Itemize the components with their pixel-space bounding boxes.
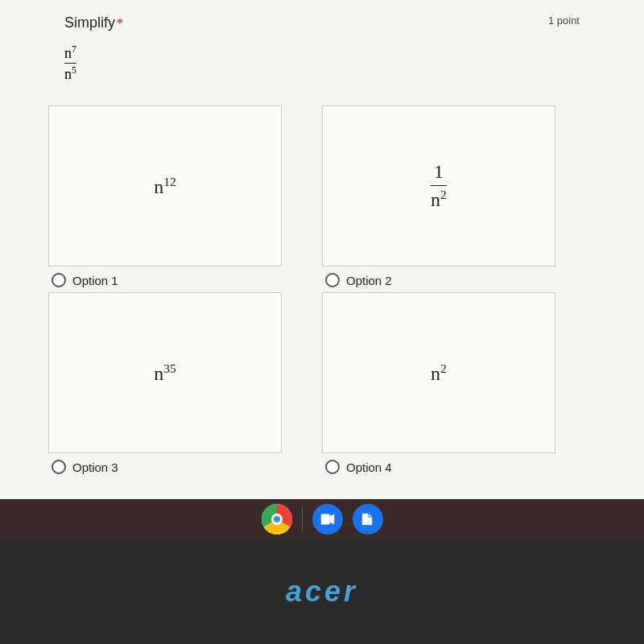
acer-logo: acer — [286, 575, 358, 609]
screen: Simplify* 1 point n7 n5 n12 Option 1 — [0, 0, 644, 499]
option-3-exponent: 35 — [163, 361, 176, 375]
option-3-radio-row: Option 3 — [52, 460, 118, 474]
option-3-content: n35 — [154, 361, 176, 385]
option-4-radio[interactable] — [325, 460, 340, 474]
option-cell-3: n35 Option 3 — [48, 292, 322, 479]
question-area: Simplify* 1 point n7 n5 — [0, 0, 644, 105]
files-svg — [359, 510, 377, 528]
option-1-content: n12 — [154, 175, 176, 198]
fraction-numerator: n7 — [64, 44, 76, 63]
required-star: * — [117, 16, 123, 30]
option-cell-2: 1 n2 Option 2 — [322, 105, 596, 292]
question-fraction: n7 n5 — [64, 44, 76, 83]
option-2-fraction: 1 n2 — [431, 160, 447, 212]
option-3-label: Option 3 — [72, 460, 118, 474]
taskbar — [0, 499, 644, 539]
option-1-exponent: 12 — [163, 175, 176, 188]
option-cell-4: n2 Option 4 — [322, 292, 596, 479]
option-2-content: 1 n2 — [431, 160, 447, 212]
option-box-3[interactable]: n35 — [48, 292, 282, 453]
question-header: Simplify* 1 point — [64, 14, 580, 31]
option-1-radio[interactable] — [52, 273, 66, 287]
meet-svg — [319, 510, 336, 528]
option-4-radio-row: Option 4 — [325, 460, 392, 474]
fraction-denominator: n5 — [64, 63, 76, 84]
option-2-numerator: 1 — [434, 160, 444, 184]
option-1-radio-row: Option 1 — [52, 273, 118, 287]
option-4-label: Option 4 — [346, 460, 392, 474]
taskbar-divider — [302, 507, 303, 531]
numerator-exponent: 7 — [72, 44, 76, 55]
option-cell-1: n12 Option 1 — [48, 105, 322, 292]
svg-marker-1 — [329, 514, 334, 525]
laptop-bottom: acer — [0, 539, 644, 644]
option-2-label: Option 2 — [346, 274, 392, 287]
chrome-center — [271, 514, 283, 525]
question-title: Simplify* — [64, 14, 123, 31]
options-grid: n12 Option 1 1 n2 Opti — [0, 105, 644, 479]
option-4-exponent: 2 — [440, 361, 447, 375]
option-4-content: n2 — [431, 361, 447, 385]
option-1-label: Option 1 — [72, 274, 118, 287]
option-2-den-exp: 2 — [440, 188, 447, 201]
files-icon[interactable] — [353, 504, 383, 535]
points-label: 1 point — [548, 14, 580, 27]
option-3-radio[interactable] — [52, 460, 66, 474]
option-2-denominator: n2 — [431, 188, 447, 212]
option-2-frac-line — [431, 185, 447, 186]
option-2-radio-row: Option 2 — [325, 273, 392, 287]
chrome-inner — [262, 504, 292, 535]
meet-icon[interactable] — [312, 504, 343, 535]
option-box-2[interactable]: 1 n2 — [322, 105, 555, 266]
svg-rect-0 — [320, 514, 329, 525]
simplify-label: Simplify — [64, 14, 115, 31]
chrome-icon[interactable] — [262, 504, 292, 535]
denominator-exponent: 5 — [72, 65, 76, 76]
option-box-1[interactable]: n12 — [48, 105, 282, 266]
option-box-4[interactable]: n2 — [322, 292, 555, 453]
option-2-radio[interactable] — [325, 273, 340, 287]
